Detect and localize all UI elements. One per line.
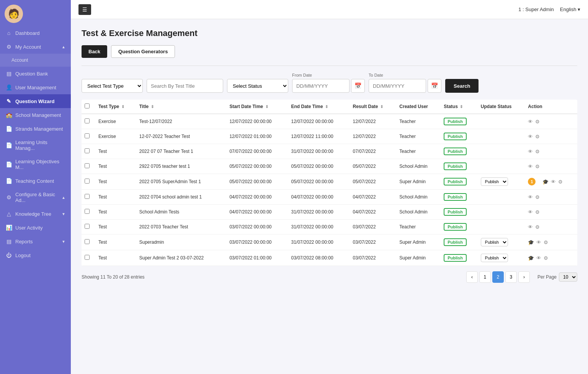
col-title[interactable]: Title ⇕ <box>136 100 227 114</box>
view-icon[interactable]: 👁 <box>528 119 533 125</box>
row-checkbox[interactable] <box>85 133 90 138</box>
settings-icon[interactable]: ⚙ <box>544 255 548 261</box>
sidebar-item-user-management[interactable]: 👤 User Management <box>0 80 71 94</box>
data-table: Test Type ⇕ Title ⇕ Start Date Time ⇕ En… <box>82 100 577 266</box>
settings-icon[interactable]: ⚙ <box>535 164 540 169</box>
table-row: Test2022 07 07 Teacher Test 107/07/2022 … <box>82 144 577 159</box>
row-checkbox[interactable] <box>85 255 90 260</box>
settings-icon[interactable]: ⚙ <box>558 179 563 185</box>
sidebar-item-dashboard[interactable]: ⌂ Dashboard <box>0 26 71 40</box>
row-checkbox[interactable] <box>85 239 90 244</box>
cell-test-type: Test <box>95 250 136 266</box>
col-end-date[interactable]: End Date Time ⇕ <box>288 100 350 114</box>
from-date-calendar-button[interactable]: 📅 <box>351 79 365 93</box>
settings-icon[interactable]: ⚙ <box>535 194 540 200</box>
cell-created-user: Teacher <box>396 129 441 144</box>
back-button[interactable]: Back <box>82 45 107 58</box>
cell-title: Test-12/07/2022 <box>136 114 227 129</box>
per-page-select[interactable]: 10 25 50 <box>559 272 577 282</box>
view-icon[interactable]: 👁 <box>528 194 533 200</box>
view-icon[interactable]: 👁 <box>536 255 541 261</box>
search-input[interactable] <box>147 79 223 93</box>
sidebar-item-label: Account <box>11 57 65 63</box>
page-title: Test & Exercise Management <box>82 28 577 38</box>
sidebar-item-question-wizard[interactable]: ✎ Question Wizard <box>0 94 71 108</box>
update-status-select[interactable]: PublishDraft <box>481 254 508 262</box>
row-checkbox[interactable] <box>85 179 90 184</box>
sidebar-item-knowledge-tree[interactable]: △ Knowledge Tree ▼ <box>0 207 71 221</box>
test-type-select[interactable]: Select Test Type <box>82 79 143 93</box>
assign-icon[interactable]: 🎓 <box>528 255 534 261</box>
settings-icon[interactable]: ⚙ <box>535 224 540 230</box>
question-generators-button[interactable]: Question Generators <box>111 45 175 58</box>
update-status-select[interactable]: PublishDraft <box>481 238 508 246</box>
cell-end-date: 03/07/2022 08:00:00 <box>288 250 350 266</box>
sidebar-item-my-account[interactable]: ⚙ My Account ▲ <box>0 40 71 54</box>
table-row: ExerciseTest-12/07/202212/07/2022 00:00:… <box>82 114 577 129</box>
prev-page-button[interactable]: ‹ <box>466 271 478 283</box>
sidebar-item-logout[interactable]: ⏻ Logout <box>0 248 71 262</box>
next-page-button[interactable]: › <box>518 271 530 283</box>
sidebar-item-learning-objectives[interactable]: 📄 Learning Objectives M... <box>0 155 71 174</box>
cell-test-type: Test <box>95 159 136 174</box>
assign-icon[interactable]: 🎓 <box>542 179 549 185</box>
chevron-down-icon: ▼ <box>62 212 65 216</box>
row-checkbox[interactable] <box>85 163 90 168</box>
cell-result-date: 12/07/2022 <box>350 114 397 129</box>
action-icons: 👁⚙ <box>528 149 574 154</box>
to-date-calendar-button[interactable]: 📅 <box>428 79 441 93</box>
sidebar-item-strands-management[interactable]: 📄 Strands Management <box>0 122 71 136</box>
menu-toggle-button[interactable]: ☰ <box>78 4 91 15</box>
view-icon[interactable]: 👁 <box>528 209 533 215</box>
search-button[interactable]: Search <box>445 79 479 93</box>
sidebar-item-question-bank[interactable]: ▤ Question Bank <box>0 67 71 80</box>
settings-icon[interactable]: ⚙ <box>544 239 548 245</box>
update-status-select[interactable]: PublishDraft <box>481 177 508 186</box>
col-test-type[interactable]: Test Type ⇕ <box>95 100 136 114</box>
page-2-button[interactable]: 2 <box>492 271 504 283</box>
cell-title: 2022 0705 SuperAdmin Test 1 <box>136 174 227 190</box>
status-select[interactable]: Select Status <box>227 79 288 93</box>
row-checkbox[interactable] <box>85 209 90 214</box>
cell-result-date: 04/07/2022 <box>350 190 397 205</box>
row-checkbox[interactable] <box>85 148 90 153</box>
view-icon[interactable]: 👁 <box>528 134 533 139</box>
page-1-button[interactable]: 1 <box>479 271 491 283</box>
settings-icon[interactable]: ⚙ <box>535 209 540 215</box>
settings-icon[interactable]: ⚙ <box>535 134 540 139</box>
row-checkbox[interactable] <box>85 224 90 229</box>
sidebar-item-learning-units[interactable]: 📄 Learning Units Manag... <box>0 136 71 155</box>
assign-icon[interactable]: 🎓 <box>528 239 534 245</box>
to-date-input[interactable] <box>369 79 426 93</box>
page-3-button[interactable]: 3 <box>505 271 517 283</box>
cell-title: 2022 0704 school admin test 1 <box>136 190 227 205</box>
select-all-checkbox[interactable] <box>85 103 90 108</box>
cell-update-status <box>478 144 525 159</box>
view-icon[interactable]: 👁 <box>551 179 556 185</box>
sidebar-item-teaching-content[interactable]: 📄 Teaching Content <box>0 174 71 188</box>
sidebar-item-configure[interactable]: ⚙ Configure & Basic Ad... ▲ <box>0 188 71 207</box>
language-selector[interactable]: English ▾ <box>560 7 580 12</box>
cell-title: Superadmin <box>136 235 227 250</box>
row-checkbox[interactable] <box>85 194 90 199</box>
from-date-input[interactable] <box>292 79 350 93</box>
sidebar-item-account[interactable]: Account <box>0 54 71 67</box>
col-start-date[interactable]: Start Date Time ⇕ <box>226 100 288 114</box>
sidebar-item-reports[interactable]: ▤ Reports ▼ <box>0 235 71 248</box>
row-checkbox[interactable] <box>85 118 90 123</box>
view-icon[interactable]: 👁 <box>528 224 533 230</box>
settings-icon[interactable]: ⚙ <box>535 119 540 125</box>
view-icon[interactable]: 👁 <box>536 239 541 245</box>
col-update-status: Update Status <box>478 100 525 114</box>
settings-icon[interactable]: ⚙ <box>535 149 540 154</box>
sidebar-item-user-activity[interactable]: 📊 User Activity <box>0 221 71 235</box>
view-icon[interactable]: 👁 <box>528 164 533 169</box>
col-status[interactable]: Status ⇕ <box>441 100 478 114</box>
cell-test-type: Test <box>95 205 136 220</box>
cell-action: 1 🎓👁⚙ <box>525 174 577 190</box>
status-badge: Publish <box>444 133 467 140</box>
sidebar-item-school-management[interactable]: 🏫 School Management <box>0 108 71 122</box>
sidebar-item-label: Configure & Basic Ad... <box>15 192 59 203</box>
col-result-date[interactable]: Result Date ⇕ <box>350 100 397 114</box>
view-icon[interactable]: 👁 <box>528 149 533 154</box>
